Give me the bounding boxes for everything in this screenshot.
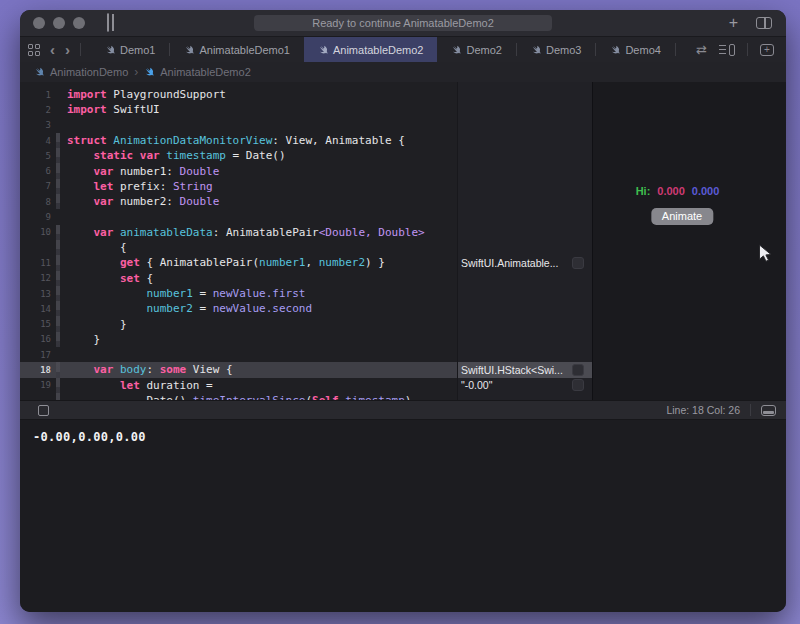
code-text: number1 = newValue.first [60, 287, 305, 300]
line-number: 12 [20, 273, 56, 283]
code-line: 6 var number1: Double [20, 163, 457, 178]
minimize-window-button[interactable] [53, 17, 65, 29]
swift-file-icon [144, 67, 154, 77]
result-row: SwiftUI.Animatable... [458, 255, 592, 270]
code-text: let duration = [60, 379, 213, 392]
code-line: 19 let duration = [20, 378, 457, 393]
code-line: 13 number1 = newValue.first [20, 286, 457, 301]
sidebar-toggle-icon[interactable] [107, 14, 109, 32]
breadcrumb-chevron-icon: › [134, 65, 138, 79]
tab-demo2[interactable]: Demo2 [437, 37, 515, 62]
line-number: 10 [20, 227, 56, 237]
code-text: set { [60, 272, 153, 285]
tab-demo4[interactable]: Demo4 [596, 37, 674, 62]
quicklook-icon[interactable] [572, 379, 584, 391]
tab-animatabledemo2[interactable]: AnimatableDemo2 [304, 37, 438, 62]
result-row: "-0.00" [458, 378, 592, 393]
code-line-current: 18 var body: some View { [20, 362, 457, 377]
editor-options-icon[interactable] [719, 44, 735, 56]
line-number: 6 [20, 166, 56, 176]
overview-grid-icon[interactable] [28, 44, 40, 56]
code-text: var number2: Double [60, 195, 219, 208]
line-number: 17 [20, 350, 56, 360]
zoom-window-button[interactable] [73, 17, 85, 29]
code-editor[interactable]: 1import PlaygroundSupport2import SwiftUI… [20, 82, 457, 400]
line-number: 2 [20, 105, 56, 115]
title-bar: Ready to continue AnimatableDemo2 + [20, 10, 786, 36]
console-toggle-icon[interactable] [761, 405, 776, 416]
console-output-area: -0.00,0.00,0.00 [20, 420, 786, 612]
swift-file-icon [34, 67, 44, 77]
code-text: static var timestamp = Date() [60, 149, 286, 162]
line-number: 19 [20, 380, 56, 390]
live-view-canvas: Hi: 0.000 0.000 Animate [592, 82, 786, 400]
results-sidebar: SwiftUI.Animatable...SwiftUI.HStack<Swi.… [457, 82, 592, 400]
code-line: 3 [20, 118, 457, 133]
code-text: import SwiftUI [60, 103, 160, 116]
code-text: let prefix: String [60, 180, 213, 193]
change-marker [56, 362, 60, 377]
change-marker [56, 179, 60, 194]
debug-bar: Line: 18 Col: 26 [20, 400, 786, 420]
swift-file-icon [105, 45, 115, 55]
line-number: 16 [20, 334, 56, 344]
swap-arrows-icon[interactable]: ⇄ [696, 42, 707, 57]
tab-demo1[interactable]: Demo1 [91, 37, 169, 62]
line-number: 14 [20, 304, 56, 314]
code-line: 1import PlaygroundSupport [20, 87, 457, 102]
code-text: Date().timeIntervalSince(Self.timestamp) [60, 394, 411, 400]
change-marker [56, 194, 60, 209]
result-value: "-0.00" [458, 379, 572, 391]
swift-file-icon [610, 45, 620, 55]
code-line: 8 var number2: Double [20, 194, 457, 209]
activity-status-field: Ready to continue AnimatableDemo2 [254, 15, 552, 31]
main-area: 1import PlaygroundSupport2import SwiftUI… [20, 82, 786, 400]
change-marker [56, 209, 60, 224]
line-col-indicator: Line: 18 Col: 26 [666, 404, 740, 416]
tab-demo3[interactable]: Demo3 [517, 37, 595, 62]
breadcrumb-project[interactable]: AnimationDemo [50, 66, 128, 78]
code-line: 9 [20, 209, 457, 224]
playground-window: Ready to continue AnimatableDemo2 + ‹ › … [20, 10, 786, 612]
add-tab-icon[interactable]: + [729, 15, 738, 31]
line-number: 7 [20, 181, 56, 191]
code-line: 17 [20, 347, 457, 362]
swift-file-icon [531, 45, 541, 55]
tab-label: Demo4 [625, 44, 660, 56]
quicklook-icon[interactable] [572, 364, 584, 376]
code-text: } [60, 333, 100, 346]
quicklook-icon[interactable] [572, 257, 584, 269]
change-marker [56, 393, 60, 400]
code-line: { [20, 240, 457, 255]
code-text: { [60, 241, 127, 254]
back-chevron-icon[interactable]: ‹ [50, 42, 55, 57]
mouse-cursor [758, 244, 773, 263]
tab-animatabledemo1[interactable]: AnimatableDemo1 [170, 37, 304, 62]
activity-status-text: Ready to continue AnimatableDemo2 [312, 17, 494, 29]
result-row: SwiftUI.HStack<Swi... [458, 362, 592, 377]
add-editor-icon[interactable]: + [760, 44, 774, 56]
code-line: 4struct AnimationDataMonitorView: View, … [20, 133, 457, 148]
change-marker [56, 133, 60, 148]
line-number: 5 [20, 151, 56, 161]
animate-button[interactable]: Animate [651, 208, 713, 225]
forward-chevron-icon[interactable]: › [65, 42, 70, 57]
line-number: 15 [20, 319, 56, 329]
breadcrumb-file[interactable]: AnimatableDemo2 [160, 66, 251, 78]
line-number: 4 [20, 136, 56, 146]
close-window-button[interactable] [33, 17, 45, 29]
swift-file-icon [318, 45, 328, 55]
line-number: 8 [20, 197, 56, 207]
code-text: var body: some View { [60, 363, 233, 376]
code-line: 15 } [20, 316, 457, 331]
result-value: SwiftUI.Animatable... [458, 257, 572, 269]
code-text: var number1: Double [60, 165, 219, 178]
code-text: number2 = newValue.second [60, 302, 312, 315]
code-text: import PlaygroundSupport [60, 88, 226, 101]
code-line: 10 var animatableData: AnimatablePair<Do… [20, 225, 457, 240]
split-editor-icon[interactable] [756, 17, 772, 29]
change-marker [56, 286, 60, 301]
stop-icon[interactable] [38, 405, 49, 416]
change-marker [56, 271, 60, 286]
animated-value-1: 0.000 [657, 185, 685, 197]
